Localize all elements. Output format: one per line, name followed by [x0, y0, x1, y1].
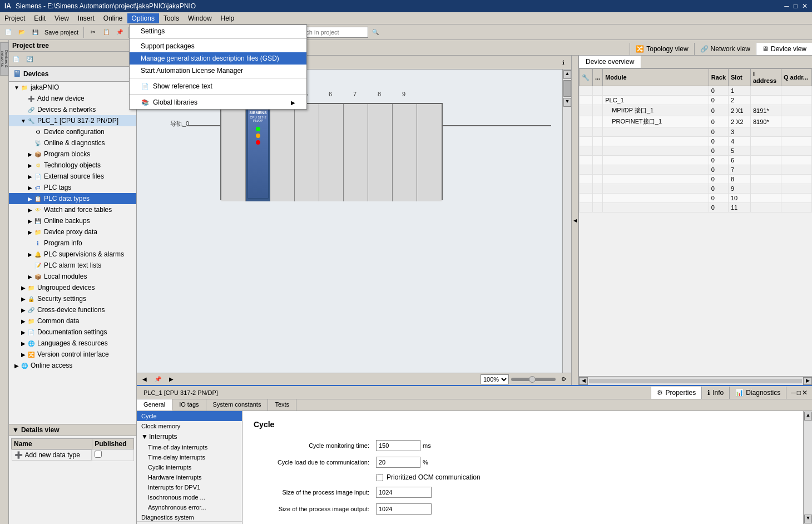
tree-root-jakaPNIO[interactable]: ▼ 📁 jakaPNIO [9, 82, 136, 93]
tree-plc-tags[interactable]: ▶ 🏷 PLC tags [9, 182, 136, 193]
bottom-close-btn[interactable]: ✕ [802, 389, 808, 397]
details-collapse-btn[interactable]: ▼ [12, 426, 19, 434]
props-tab-io[interactable]: IO tags [172, 399, 206, 411]
tree-plc-alarms[interactable]: ▶ 🔔 PLC supervisions & alarms [9, 249, 136, 260]
menu-options[interactable]: Options [127, 13, 159, 23]
published-checkbox[interactable] [95, 451, 102, 458]
dropdown-show-ref-text[interactable]: 📄 Show reference text [130, 80, 306, 93]
cut-btn[interactable]: ✂ [87, 26, 99, 38]
tree-program-info[interactable]: ℹ Program info [9, 238, 136, 249]
collapse-handle[interactable]: ◀ [572, 56, 578, 385]
search-btn[interactable]: 🔍 [369, 26, 382, 38]
tree-security[interactable]: ▶ 🔒 Security settings [9, 293, 136, 304]
nav-item-diag-system[interactable]: Diagnostics system [137, 512, 242, 521]
menu-edit[interactable]: Edit [29, 13, 50, 23]
tree-new-btn[interactable]: 📄 [10, 53, 22, 65]
bottom-tab-info[interactable]: ℹ Info [701, 387, 729, 399]
bottom-tab-properties[interactable]: ⚙ Properties [651, 387, 701, 399]
overview-row-4[interactable]: 0 3 [580, 127, 812, 137]
nav-item-td-interrupts[interactable]: Time-delay interrupts [137, 452, 242, 462]
new-btn[interactable]: 📄 [2, 26, 14, 38]
status-left-arrow[interactable]: ◀ [139, 374, 150, 385]
tree-languages[interactable]: ▶ 🌐 Languages & resources [9, 338, 136, 349]
overview-row-11[interactable]: 0 10 [580, 194, 812, 203]
bottom-tab-diagnostics[interactable]: 📊 Diagnostics [729, 387, 786, 399]
dropdown-global-libs[interactable]: 📚 Global libraries [130, 96, 306, 109]
dropdown-manage-gsd[interactable]: Manage general station description files… [130, 52, 306, 65]
cycle-load-input[interactable] [376, 457, 420, 468]
hscroll-right[interactable]: ▶ [803, 377, 812, 385]
vscroll-down[interactable]: ▼ [563, 98, 571, 107]
tree-plc1[interactable]: ▼ 🔧 PLC_1 [CPU 317-2 PN/DP] [9, 115, 136, 126]
status-pin-btn[interactable]: 📌 [152, 374, 164, 385]
nav-item-clock-memory[interactable]: Clock memory [137, 421, 242, 431]
overview-row-12[interactable]: 0 11 [580, 203, 812, 212]
content-vscroll-down[interactable]: ▼ [804, 515, 812, 523]
props-tab-general[interactable]: General [137, 399, 172, 411]
zoom-thumb[interactable] [529, 376, 536, 383]
props-tab-texts[interactable]: Texts [268, 399, 296, 411]
nav-item-tod-interrupts[interactable]: Time-of-day interrupts [137, 442, 242, 452]
overview-row-8[interactable]: 0 7 [580, 165, 812, 175]
tree-proxy-data[interactable]: ▶ 📁 Device proxy data [9, 226, 136, 238]
save-label[interactable]: Save project [42, 28, 81, 37]
canvas-info-btn[interactable]: ℹ [558, 57, 569, 68]
tree-device-config[interactable]: ⚙ Device configuration [9, 126, 136, 137]
minimize-btn[interactable]: ─ [784, 2, 789, 10]
bottom-max-btn[interactable]: □ [797, 389, 801, 397]
tree-refresh-btn[interactable]: 🔄 [23, 53, 36, 65]
topology-view-btn[interactable]: 🔀 Topology view [630, 43, 694, 55]
tree-alarm-texts[interactable]: 📝 PLC alarm text lists [9, 260, 136, 271]
canvas-right-btn[interactable]: ℹ [558, 57, 569, 68]
tree-ungrouped[interactable]: ▶ 📁 Ungrouped devices [9, 282, 136, 293]
open-btn[interactable]: 📂 [16, 26, 28, 38]
overview-row-3[interactable]: PROFINET接口_1 0 2 X2 8190* [580, 116, 812, 127]
zoom-slider[interactable] [511, 378, 556, 381]
vscroll-up[interactable]: ▲ [563, 70, 571, 79]
save-btn[interactable]: 💾 [29, 26, 41, 38]
tree-program-blocks[interactable]: ▶ 📦 Program blocks [9, 149, 136, 160]
hscroll-left[interactable]: ◀ [579, 377, 588, 385]
nav-item-async-error[interactable]: Asynchronous error... [137, 502, 242, 512]
tree-tech-objects[interactable]: ▶ ⚙ Technology objects [9, 160, 136, 171]
menu-window[interactable]: Window [184, 13, 216, 23]
process-image-input-field[interactable] [376, 487, 432, 498]
maximize-btn[interactable]: □ [794, 2, 798, 10]
menu-project[interactable]: Project [0, 13, 29, 23]
tree-online-backups[interactable]: ▶ 💾 Online backups [9, 215, 136, 226]
paste-btn[interactable]: 📌 [113, 26, 126, 38]
zoom-select[interactable]: 100% 75% 50% 150% [481, 374, 509, 384]
tree-watch-tables[interactable]: ▶ 👁 Watch and force tables [9, 204, 136, 215]
tree-common-data[interactable]: ▶ 📁 Common data [9, 315, 136, 327]
content-vscroll[interactable]: ▲ ▼ [803, 411, 812, 524]
overview-hscroll[interactable]: ◀ ▶ [579, 376, 812, 385]
device-view-btn[interactable]: 🖥 Device view [756, 43, 812, 55]
tree-ext-sources[interactable]: ▶ 📄 External source files [9, 171, 136, 182]
network-view-btn[interactable]: 🔗 Network view [695, 43, 756, 55]
status-right-arrow[interactable]: ▶ [166, 374, 177, 385]
tree-cross-device[interactable]: ▶ 🔗 Cross-device functions [9, 304, 136, 315]
tree-version-control[interactable]: ▶ 🔀 Version control interface [9, 349, 136, 360]
menu-insert[interactable]: Insert [73, 13, 99, 23]
tree-plc-datatypes[interactable]: ▶ 📋 PLC data types [9, 193, 136, 204]
dropdown-license-manager[interactable]: Start Automation License Manager [130, 65, 306, 77]
cycle-monitoring-input[interactable] [376, 440, 420, 451]
dropdown-settings[interactable]: Settings [130, 25, 306, 37]
menu-view[interactable]: View [50, 13, 73, 23]
nav-item-hw-interrupts[interactable]: Hardware interrupts [137, 472, 242, 482]
vscroll-thumb[interactable] [563, 80, 571, 97]
nav-item-cyclic-interrupts[interactable]: Cyclic interrupts [137, 462, 242, 472]
overview-row-1[interactable]: PLC_1 0 2 [580, 96, 812, 105]
process-image-output-field[interactable] [376, 503, 432, 515]
canvas-vscroll[interactable]: ▲ ▼ [562, 70, 571, 373]
tree-doc-settings[interactable]: ▶ 📄 Documentation settings [9, 327, 136, 338]
devices-networks-tab[interactable]: Devices & networks [0, 42, 9, 76]
props-tab-sysconst[interactable]: System constants [206, 399, 269, 411]
rack-slot-2-cpu[interactable]: SIEMENS CPU 317-2 PN/DP PL [246, 104, 270, 201]
content-vscroll-up[interactable]: ▲ [804, 412, 812, 421]
close-btn[interactable]: ✕ [802, 2, 808, 10]
tree-add-device[interactable]: ➕ Add new device [9, 93, 136, 104]
nav-item-dpv1-interrupts[interactable]: Interrupts for DPV1 [137, 482, 242, 492]
overview-row-10[interactable]: 0 9 [580, 184, 812, 194]
menu-tools[interactable]: Tools [159, 13, 184, 23]
